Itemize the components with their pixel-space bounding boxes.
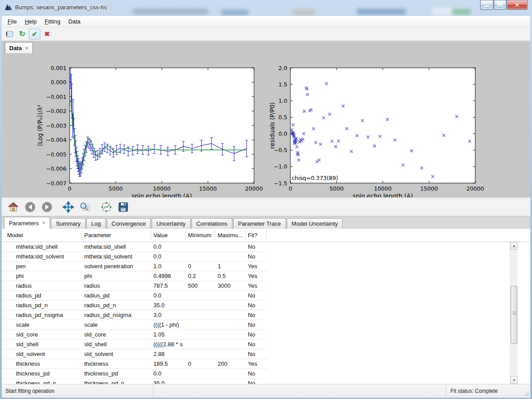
svg-text:20000: 20000 bbox=[245, 185, 263, 192]
svg-text:−0.004: −0.004 bbox=[46, 137, 66, 143]
glass-reflection bbox=[222, 10, 248, 15]
glass-reflection bbox=[133, 9, 208, 14]
maximize-icon bbox=[498, 3, 502, 7]
table-row[interactable]: radius radius 787.5 500 3000 Yes bbox=[2, 281, 508, 291]
table-row[interactable]: thickness_pd_n thickness_pd_n 35.0 No bbox=[2, 379, 508, 384]
pan-icon bbox=[63, 201, 74, 213]
col-fit[interactable]: Fit? bbox=[248, 232, 258, 239]
minimize-button[interactable] bbox=[480, 0, 493, 10]
svg-text:5000: 5000 bbox=[329, 185, 344, 192]
maximize-button[interactable] bbox=[494, 0, 506, 10]
tab-close-icon[interactable]: × bbox=[42, 220, 45, 226]
table-row[interactable]: phi phi 0.4996 0.2 0.5 Yes bbox=[2, 271, 508, 281]
table-row[interactable]: mtheta:sld_shell mtheta:sld_shell 0.0 No bbox=[2, 242, 508, 252]
svg-text:−0.007: −0.007 bbox=[46, 180, 66, 187]
home-icon bbox=[8, 201, 19, 213]
svg-text:0.001: 0.001 bbox=[51, 65, 66, 71]
client-area: File Help Fitting Data ↻ ✔ ✖ Data × bbox=[2, 16, 530, 398]
col-parameter[interactable]: Parameter bbox=[84, 232, 111, 239]
pan-button[interactable] bbox=[61, 200, 75, 214]
close-button[interactable]: ✕ bbox=[507, 0, 528, 10]
tab-correlations[interactable]: Correlations bbox=[192, 218, 232, 229]
back-button[interactable] bbox=[23, 200, 37, 214]
table-row[interactable]: thickness thickness 189.5 0 200 Yes bbox=[2, 359, 508, 369]
svg-text:(Log (P/P₀))/λ²: (Log (P/P₀))/λ² bbox=[36, 105, 43, 146]
svg-text:10000: 10000 bbox=[153, 185, 171, 192]
col-value[interactable]: Value bbox=[153, 232, 168, 239]
forward-button[interactable] bbox=[40, 200, 54, 214]
svg-text:10000: 10000 bbox=[374, 185, 392, 192]
scroll-down-icon[interactable]: ▼ bbox=[510, 376, 518, 384]
reload-button[interactable]: ↻ bbox=[16, 29, 28, 39]
app-window: Bumps: sesans_parameters_css-hs ✕ File H… bbox=[0, 0, 532, 399]
scroll-up-icon[interactable]: ▲ bbox=[510, 242, 518, 250]
glass-reflection bbox=[357, 9, 406, 15]
save-button[interactable] bbox=[116, 200, 130, 214]
zoom-rect-button[interactable] bbox=[78, 200, 92, 214]
table-row[interactable]: sld_shell sld_shell (((((2.88 * s No bbox=[2, 340, 508, 349]
scroll-thumb[interactable] bbox=[511, 286, 517, 344]
svg-text:spin echo length (A): spin echo length (A) bbox=[352, 192, 413, 197]
table-row[interactable]: mtheta:sld_solvent mtheta:sld_solvent 0.… bbox=[2, 252, 508, 262]
save-icon bbox=[117, 201, 129, 213]
svg-text:15000: 15000 bbox=[420, 185, 438, 192]
accept-icon: ✔ bbox=[32, 31, 38, 37]
glass-reflection bbox=[293, 10, 315, 15]
svg-text:−1.5: −1.5 bbox=[274, 180, 287, 187]
table-row[interactable]: scale scale ((((1 - phi) No bbox=[2, 320, 508, 330]
main-toolbar: ↻ ✔ ✖ bbox=[2, 27, 530, 41]
accept-button[interactable]: ✔ bbox=[29, 29, 40, 39]
svg-text:0: 0 bbox=[68, 185, 71, 192]
tab-log[interactable]: Log bbox=[86, 218, 106, 229]
table-row[interactable]: radius_pd_n radius_pd_n 35.0 No bbox=[2, 301, 508, 310]
script-icon bbox=[6, 31, 14, 38]
svg-text:0.5: 0.5 bbox=[278, 114, 287, 121]
tab-close-icon[interactable]: × bbox=[25, 45, 28, 51]
col-maximum[interactable]: Maximu... bbox=[218, 232, 243, 239]
app-icon[interactable] bbox=[4, 3, 12, 11]
configure-subplots-button[interactable] bbox=[99, 200, 113, 214]
window-title: Bumps: sesans_parameters_css-hs bbox=[15, 4, 107, 11]
tab-parameters[interactable]: Parameters× bbox=[4, 217, 50, 229]
script-button[interactable] bbox=[4, 29, 16, 39]
forward-icon bbox=[41, 201, 53, 213]
table-row[interactable]: radius_pd radius_pd 0.0 No bbox=[2, 291, 508, 301]
minimize-icon bbox=[485, 6, 489, 7]
tab-uncertainty[interactable]: Uncertainty bbox=[152, 218, 191, 229]
svg-text:−1.0: −1.0 bbox=[274, 163, 287, 170]
resize-grip[interactable] bbox=[524, 391, 529, 396]
cancel-button[interactable]: ✖ bbox=[41, 29, 53, 39]
status-bar: Start fitting operation Fit status: Comp… bbox=[2, 384, 530, 398]
svg-text:−0.003: −0.003 bbox=[46, 122, 66, 129]
tab-model-uncertainty[interactable]: Model Uncertainty bbox=[287, 218, 343, 229]
status-message: Start fitting operation bbox=[5, 388, 55, 394]
col-minimum[interactable]: Minimum bbox=[188, 232, 211, 239]
svg-text:chisq=0.373(89): chisq=0.373(89) bbox=[292, 175, 338, 181]
results-tabstrip: Parameters× Summary Log Convergence Unce… bbox=[2, 216, 530, 229]
svg-text:15000: 15000 bbox=[199, 185, 217, 192]
tab-summary[interactable]: Summary bbox=[51, 218, 86, 229]
home-button[interactable] bbox=[6, 200, 20, 214]
tab-parameter-trace[interactable]: Parameter Trace bbox=[233, 218, 286, 229]
svg-text:2.0: 2.0 bbox=[278, 65, 287, 71]
menu-data[interactable]: Data bbox=[64, 16, 84, 27]
menu-file[interactable]: File bbox=[4, 16, 21, 27]
table-row[interactable]: sld_core sld_core 1.05 No bbox=[2, 330, 508, 340]
menu-fitting[interactable]: Fitting bbox=[41, 16, 64, 27]
tab-data[interactable]: Data × bbox=[5, 42, 33, 53]
caption-buttons: ✕ bbox=[480, 0, 528, 10]
menu-help[interactable]: Help bbox=[21, 16, 41, 27]
table-row[interactable]: thickness_pd thickness_pd 0.0 No bbox=[2, 369, 508, 379]
svg-text:20000: 20000 bbox=[466, 185, 484, 192]
table-row[interactable]: radius_pd_nsigma radius_pd_nsigma 3.0 No bbox=[2, 310, 508, 320]
table-row[interactable]: sld_solvent sld_solvent 2.88 No bbox=[2, 349, 508, 359]
svg-text:−0.002: −0.002 bbox=[46, 108, 66, 114]
table-row[interactable]: pen solvent penetration 1.0 0 1 Yes bbox=[2, 262, 508, 271]
col-model[interactable]: Model bbox=[7, 232, 23, 239]
tab-data-label: Data bbox=[9, 45, 22, 51]
table-scrollbar[interactable]: ▲ ▼ bbox=[510, 242, 517, 384]
svg-text:−0.001: −0.001 bbox=[46, 94, 66, 100]
tab-convergence[interactable]: Convergence bbox=[107, 218, 151, 229]
svg-text:−0.005: −0.005 bbox=[46, 151, 66, 158]
title-bar[interactable]: Bumps: sesans_parameters_css-hs ✕ bbox=[0, 0, 532, 16]
